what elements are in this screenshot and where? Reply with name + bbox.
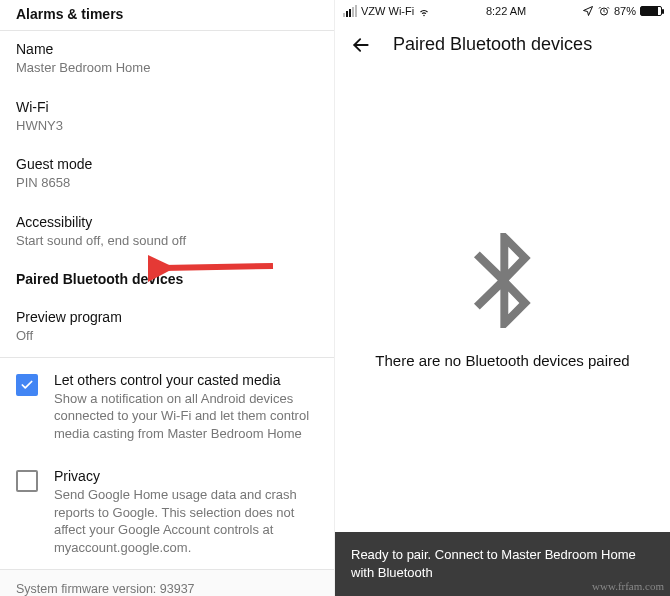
row-paired-bluetooth[interactable]: Paired Bluetooth devices bbox=[0, 261, 334, 299]
row-wifi[interactable]: Wi-Fi HWNY3 bbox=[0, 89, 334, 147]
section-alarms-timers[interactable]: Alarms & timers bbox=[0, 0, 334, 30]
status-bar: VZW Wi-Fi 8:22 AM 87% bbox=[335, 0, 670, 20]
label-wifi: Wi-Fi bbox=[16, 99, 318, 115]
checkbox-cast-control[interactable] bbox=[16, 374, 38, 396]
status-time: 8:22 AM bbox=[486, 5, 526, 17]
watermark: www.frfam.com bbox=[592, 580, 664, 592]
settings-pane-left: Alarms & timers Name Master Bedroom Home… bbox=[0, 0, 335, 596]
label-guest: Guest mode bbox=[16, 156, 318, 172]
signal-icon bbox=[343, 5, 357, 17]
value-guest: PIN 8658 bbox=[16, 174, 318, 192]
label-privacy: Privacy bbox=[54, 468, 318, 484]
label-cast-control: Let others control your casted media bbox=[54, 372, 318, 388]
value-wifi: HWNY3 bbox=[16, 117, 318, 135]
screen-header: Paired Bluetooth devices bbox=[335, 20, 670, 71]
bluetooth-icon bbox=[468, 233, 538, 328]
value-preview: Off bbox=[16, 327, 318, 345]
screen-title: Paired Bluetooth devices bbox=[393, 34, 592, 55]
toast-text: Ready to pair. Connect to Master Bedroom… bbox=[351, 547, 636, 580]
checkbox-privacy[interactable] bbox=[16, 470, 38, 492]
battery-pct: 87% bbox=[614, 5, 636, 17]
alarm-icon bbox=[598, 5, 610, 17]
back-icon[interactable] bbox=[351, 35, 371, 55]
bluetooth-pane-right: VZW Wi-Fi 8:22 AM 87% Paired Bluetooth d… bbox=[335, 0, 670, 596]
value-name: Master Bedroom Home bbox=[16, 59, 318, 77]
row-preview-program[interactable]: Preview program Off bbox=[0, 299, 334, 357]
empty-text: There are no Bluetooth devices paired bbox=[375, 352, 629, 369]
label-name: Name bbox=[16, 41, 318, 57]
row-guest-mode[interactable]: Guest mode PIN 8658 bbox=[0, 146, 334, 204]
row-name[interactable]: Name Master Bedroom Home bbox=[0, 31, 334, 89]
row-cast-control[interactable]: Let others control your casted media Sho… bbox=[0, 358, 334, 455]
label-preview: Preview program bbox=[16, 309, 318, 325]
value-accessibility: Start sound off, end sound off bbox=[16, 232, 318, 250]
desc-cast-control: Show a notification on all Android devic… bbox=[54, 390, 318, 443]
system-info: System firmware version: 93937 Cast firm… bbox=[0, 570, 334, 596]
location-icon bbox=[582, 5, 594, 17]
empty-state: There are no Bluetooth devices paired bbox=[335, 71, 670, 532]
row-accessibility[interactable]: Accessibility Start sound off, end sound… bbox=[0, 204, 334, 262]
sys-firmware: System firmware version: 93937 bbox=[16, 580, 318, 596]
wifi-icon bbox=[418, 5, 430, 18]
battery-icon bbox=[640, 6, 662, 16]
desc-privacy: Send Google Home usage data and crash re… bbox=[54, 486, 318, 556]
label-accessibility: Accessibility bbox=[16, 214, 318, 230]
label-paired-bluetooth: Paired Bluetooth devices bbox=[16, 271, 318, 287]
carrier-label: VZW Wi-Fi bbox=[361, 5, 414, 17]
row-privacy[interactable]: Privacy Send Google Home usage data and … bbox=[0, 454, 334, 568]
